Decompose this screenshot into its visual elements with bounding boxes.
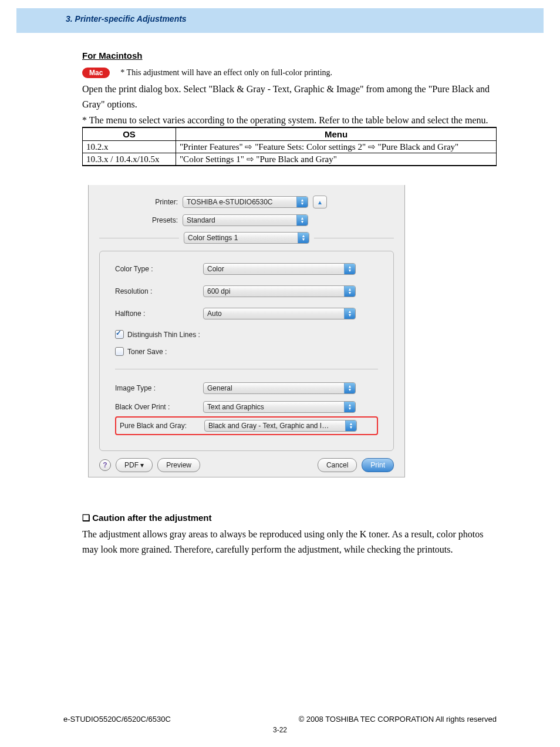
printer-select[interactable]: TOSHIBA e-STUDIO6530C ▲▼ bbox=[183, 196, 308, 208]
resolution-label: Resolution : bbox=[115, 287, 203, 295]
mac-badge: Mac bbox=[82, 68, 110, 78]
presets-label: Presets: bbox=[99, 216, 183, 224]
printer-select-value: TOSHIBA e-STUDIO6530C bbox=[187, 198, 293, 206]
chevron-up-down-icon: ▲▼ bbox=[344, 402, 355, 412]
dialog-expand-button[interactable]: ▲ bbox=[313, 196, 327, 208]
toner-save-checkbox[interactable] bbox=[115, 347, 124, 356]
footer-model: e-STUDIO5520C/6520C/6530C bbox=[63, 715, 171, 724]
halftone-label: Halftone : bbox=[115, 309, 203, 318]
print-button[interactable]: Print bbox=[362, 458, 394, 472]
triangle-up-icon: ▲ bbox=[317, 199, 323, 206]
table-header-os: OS bbox=[83, 127, 176, 141]
resolution-value: 600 dpi bbox=[207, 287, 340, 295]
printer-label: Printer: bbox=[99, 198, 183, 206]
page-footer: e-STUDIO5520C/6520C/6530C © 2008 TOSHIBA… bbox=[63, 715, 497, 734]
caution-body: The adjustment allows gray areas to alwa… bbox=[82, 527, 497, 557]
toner-save-label: Toner Save : bbox=[127, 348, 167, 356]
help-icon[interactable]: ? bbox=[99, 459, 111, 471]
chevron-up-down-icon: ▲▼ bbox=[344, 264, 355, 274]
black-overprint-select[interactable]: Text and Graphics ▲▼ bbox=[203, 401, 356, 413]
resolution-select[interactable]: 600 dpi ▲▼ bbox=[203, 285, 356, 297]
chevron-up-down-icon: ▲▼ bbox=[298, 233, 309, 243]
black-overprint-value: Text and Graphics bbox=[207, 403, 340, 411]
print-button-label: Print bbox=[370, 461, 385, 469]
image-type-value: General bbox=[207, 384, 340, 392]
distinguish-thin-lines-label: Distinguish Thin Lines : bbox=[127, 331, 200, 339]
mac-print-dialog: Printer: TOSHIBA e-STUDIO6530C ▲▼ ▲ Pres… bbox=[88, 185, 405, 477]
pure-black-value: Black and Gray - Text, Graphic and I… bbox=[208, 422, 342, 430]
chevron-up-down-icon: ▲▼ bbox=[344, 308, 355, 319]
chevron-up-down-icon: ▲▼ bbox=[344, 383, 355, 393]
preview-button-label: Preview bbox=[166, 461, 191, 469]
caution-heading: ❑ Caution after the adjustment bbox=[82, 513, 497, 523]
image-type-select[interactable]: General ▲▼ bbox=[203, 382, 356, 394]
table-header-menu: Menu bbox=[176, 127, 497, 141]
chevron-up-down-icon: ▲▼ bbox=[296, 197, 308, 207]
section-select[interactable]: Color Settings 1 ▲▼ bbox=[184, 232, 309, 244]
body-paragraph: Open the print dialog box. Select "Black… bbox=[82, 82, 497, 112]
pure-black-label: Pure Black and Gray: bbox=[120, 422, 204, 430]
color-type-select[interactable]: Color ▲▼ bbox=[203, 263, 356, 275]
presets-select-value: Standard bbox=[187, 216, 293, 224]
cancel-button-label: Cancel bbox=[326, 461, 348, 469]
chevron-up-down-icon: ▲▼ bbox=[344, 286, 355, 297]
separator-line bbox=[314, 238, 394, 238]
color-type-label: Color Type : bbox=[115, 265, 203, 273]
cancel-button[interactable]: Cancel bbox=[318, 458, 357, 472]
separator-line bbox=[99, 238, 179, 238]
halftone-select[interactable]: Auto ▲▼ bbox=[203, 308, 356, 319]
table-cell-os: 10.2.x bbox=[83, 141, 176, 153]
pure-black-highlight: Pure Black and Gray: Black and Gray - Te… bbox=[115, 416, 378, 435]
presets-select[interactable]: Standard ▲▼ bbox=[183, 214, 308, 226]
chevron-up-down-icon: ▲▼ bbox=[296, 215, 308, 226]
pdf-button[interactable]: PDF ▾ bbox=[116, 458, 153, 472]
menu-note-text: * The menu to select varies according to… bbox=[82, 115, 497, 126]
chapter-title: 3. Printer-specific Adjustments bbox=[16, 14, 544, 23]
section-heading-for-mac: For Macintosh bbox=[82, 51, 497, 60]
table-cell-menu: "Color Settings 1" ⇨ "Pure Black and Gra… bbox=[176, 153, 497, 166]
footer-page-number: 3-22 bbox=[63, 726, 497, 734]
preview-button[interactable]: Preview bbox=[157, 458, 200, 472]
mac-note-text: * This adjustment will have an effect on… bbox=[120, 68, 332, 78]
table-cell-menu: "Printer Features" ⇨ "Feature Sets: Colo… bbox=[176, 141, 497, 153]
black-overprint-label: Black Over Print : bbox=[115, 403, 203, 411]
image-type-label: Image Type : bbox=[115, 384, 203, 392]
pure-black-select[interactable]: Black and Gray - Text, Graphic and I… ▲▼ bbox=[204, 420, 357, 432]
table-cell-os: 10.3.x / 10.4.x/10.5x bbox=[83, 153, 176, 166]
footer-copyright: © 2008 TOSHIBA TEC CORPORATION All right… bbox=[299, 715, 497, 724]
pdf-button-label: PDF ▾ bbox=[124, 461, 144, 469]
halftone-value: Auto bbox=[207, 309, 340, 318]
section-select-value: Color Settings 1 bbox=[188, 234, 294, 242]
os-menu-table: OS Menu 10.2.x "Printer Features" ⇨ "Fea… bbox=[82, 127, 497, 166]
help-glyph: ? bbox=[103, 461, 107, 469]
distinguish-thin-lines-checkbox[interactable] bbox=[115, 330, 124, 339]
color-type-value: Color bbox=[207, 265, 340, 273]
panel-separator bbox=[115, 369, 378, 369]
page-header: 3. Printer-specific Adjustments bbox=[16, 8, 544, 33]
settings-panel: Color Type : Color ▲▼ Resolution : 600 d… bbox=[99, 251, 394, 451]
chevron-up-down-icon: ▲▼ bbox=[345, 420, 356, 431]
